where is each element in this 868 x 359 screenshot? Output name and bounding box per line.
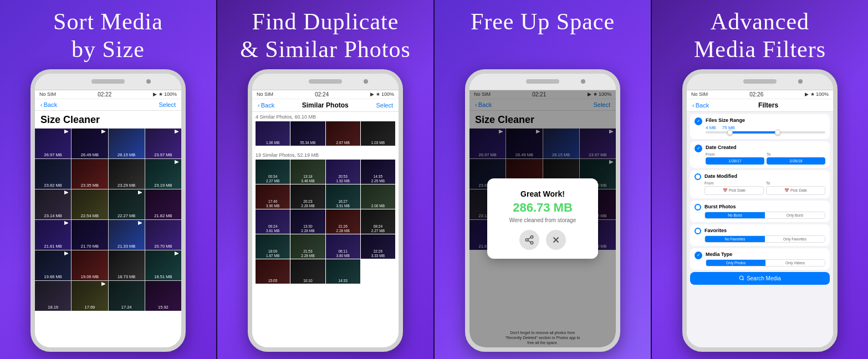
slider-thumb-left[interactable] bbox=[727, 130, 733, 135]
only-burst-btn[interactable]: Only Burst bbox=[765, 212, 825, 218]
sim-cell-1-12[interactable]: 18:00 1.87 MB bbox=[256, 234, 290, 259]
burst-label: Burst Photos bbox=[704, 204, 825, 209]
from-date-btn[interactable]: 1/28/17 bbox=[706, 157, 764, 165]
sim-cell-1-7[interactable]: 2.00 MB bbox=[361, 184, 395, 209]
media-cell-19[interactable]: 18.51 MB bbox=[145, 250, 181, 280]
date-modified-radio[interactable] bbox=[695, 173, 701, 180]
success-modal: Great Work! 286.73 MB Were cleaned from … bbox=[487, 178, 598, 259]
sim-cell-1-1[interactable]: 13:18 3.46 MB bbox=[290, 160, 325, 184]
sim-cell-1-15[interactable]: 22:26 3.33 MB bbox=[361, 234, 395, 259]
burst-photos-filter: Burst Photos No Burst Only Burst bbox=[690, 201, 830, 222]
sim-cell-label: 08:24 2.27 MB bbox=[361, 224, 395, 233]
sim-cell-1-11[interactable]: 08:24 2.27 MB bbox=[361, 209, 395, 234]
media-cell-20[interactable]: 18.19 bbox=[35, 281, 71, 311]
media-cell-0[interactable]: 26.97 MB bbox=[35, 129, 71, 158]
svg-point-7 bbox=[739, 276, 743, 280]
no-favorites-btn[interactable]: No Favorites bbox=[705, 236, 765, 242]
sim-cell-0-3[interactable]: 1.03 MB bbox=[361, 121, 395, 146]
panel-filters: Advanced Media Filters No SIM 02:26 ▶ ★ … bbox=[651, 0, 868, 359]
sim-cell-0-0[interactable]: 1.06 MB bbox=[256, 121, 290, 146]
burst-segment: No Burst Only Burst bbox=[704, 212, 825, 219]
select-btn-1[interactable]: Select bbox=[159, 101, 176, 108]
back-btn-4[interactable]: ‹ Back bbox=[692, 102, 709, 109]
sim-cell-0-1[interactable]: 55.34 MB bbox=[290, 121, 325, 146]
video-icon bbox=[101, 130, 107, 134]
search-media-btn[interactable]: Search Media bbox=[690, 272, 830, 285]
sim-cell-1-17[interactable]: 10:10 bbox=[290, 259, 325, 284]
similar-grid-0: 1.06 MB55.34 MB2.67 MB1.03 MB bbox=[256, 121, 395, 146]
only-videos-btn[interactable]: Only Videos bbox=[765, 260, 825, 266]
sim-cell-1-6[interactable]: 16:27 3.91 MB bbox=[326, 184, 360, 209]
back-btn-1[interactable]: ‹ Back bbox=[40, 101, 57, 108]
sim-cell-label: 55.34 MB bbox=[290, 141, 325, 145]
media-cell-16[interactable]: 19.86 MB bbox=[35, 250, 71, 280]
carrier-4: No SIM bbox=[691, 91, 708, 97]
media-cell-label: 21.33 MB bbox=[109, 244, 145, 249]
media-cell-3[interactable]: 23.97 MB bbox=[145, 129, 181, 158]
media-cell-21[interactable]: 17.69 bbox=[72, 281, 108, 311]
media-cell-13[interactable]: 21.70 MB bbox=[72, 220, 108, 250]
only-favorites-btn[interactable]: Only Favorites bbox=[765, 236, 825, 242]
sim-cell-label: 10:10 bbox=[290, 279, 325, 283]
sim-cell-1-4[interactable]: 17:40 3.90 MB bbox=[256, 184, 290, 209]
media-cell-18[interactable]: 18.73 MB bbox=[109, 250, 145, 280]
to-date-btn[interactable]: 2/28/18 bbox=[767, 157, 825, 165]
burst-radio[interactable] bbox=[695, 204, 701, 211]
date-created-check[interactable]: ✓ bbox=[695, 145, 702, 152]
only-photos-btn[interactable]: Only Photos bbox=[706, 260, 765, 266]
media-cell-7[interactable]: 23.19 MB bbox=[145, 159, 181, 189]
media-cell-2[interactable]: 26.15 MB bbox=[109, 129, 145, 158]
to-label: To bbox=[767, 152, 825, 156]
media-cell-10[interactable]: 22.27 MB bbox=[109, 189, 145, 219]
sim-cell-1-3[interactable]: 14:35 2.29 MB bbox=[361, 160, 395, 184]
modal-actions bbox=[496, 230, 589, 250]
sim-cell-1-9[interactable]: 13:30 2.28 MB bbox=[290, 209, 325, 234]
media-cell-11[interactable]: 21.82 MB bbox=[145, 189, 181, 219]
video-icon bbox=[175, 160, 180, 164]
sim-cell-1-5[interactable]: 20:23 2.28 MB bbox=[290, 184, 325, 209]
media-cell-22[interactable]: 17.24 bbox=[109, 281, 145, 311]
file-size-filter: ✓ Files Size Range 4 MB 75 MB bbox=[690, 114, 830, 139]
sim-cell-1-13[interactable]: 21:53 2.28 MB bbox=[290, 234, 325, 259]
sim-cell-0-2[interactable]: 2.67 MB bbox=[326, 121, 360, 146]
sim-cell-1-8[interactable]: 06:24 3.81 MB bbox=[256, 209, 290, 234]
date-modified-filter: Date Modified From 📅 Pick Date To bbox=[690, 170, 830, 198]
media-cell-14[interactable]: 21.33 MB bbox=[109, 220, 145, 250]
media-cell-6[interactable]: 23.29 MB bbox=[109, 159, 145, 189]
media-cell-9[interactable]: 22.54 MB bbox=[72, 189, 108, 219]
sim-cell-label: 21:53 2.28 MB bbox=[290, 249, 325, 258]
favorites-radio[interactable] bbox=[695, 228, 701, 234]
sim-cell-1-16[interactable]: 15:05 bbox=[256, 259, 290, 284]
sim-cell-1-2[interactable]: 20:53 1.92 MB bbox=[326, 160, 360, 184]
sim-cell-1-14[interactable]: 06:11 3.80 MB bbox=[326, 234, 360, 259]
back-btn-2[interactable]: ‹ Back bbox=[258, 102, 274, 109]
sim-cell-1-10[interactable]: 21:26 2.28 MB bbox=[326, 209, 360, 234]
select-btn-2[interactable]: Select bbox=[376, 102, 393, 109]
no-burst-btn[interactable]: No Burst bbox=[705, 212, 765, 218]
media-cell-23[interactable]: 15.92 bbox=[145, 281, 181, 311]
svg-line-3 bbox=[528, 240, 530, 242]
media-cell-label: 22.27 MB bbox=[109, 213, 145, 218]
media-cell-5[interactable]: 23.35 MB bbox=[72, 159, 108, 189]
share-button[interactable] bbox=[519, 230, 539, 250]
media-cell-label: 18.19 bbox=[35, 305, 71, 310]
size-slider[interactable] bbox=[706, 131, 825, 134]
from-col: From 1/28/17 bbox=[706, 152, 764, 165]
media-cell-12[interactable]: 21.81 MB bbox=[35, 220, 71, 250]
media-cell-17[interactable]: 19.06 MB bbox=[72, 250, 108, 280]
media-cell-15[interactable]: 20.70 MB bbox=[145, 220, 181, 250]
mod-to-picker[interactable]: 📅 Pick Date bbox=[766, 186, 825, 195]
sim-cell-1-0[interactable]: 00:34 2.27 MB bbox=[256, 160, 290, 184]
media-cell-8[interactable]: 23.14 MB bbox=[35, 189, 71, 219]
media-cell-1[interactable]: 26.49 MB bbox=[72, 129, 108, 158]
mod-from-picker[interactable]: 📅 Pick Date bbox=[704, 186, 764, 195]
sim-cell-1-18[interactable]: 14:33 bbox=[326, 259, 360, 284]
media-type-check[interactable]: ✓ bbox=[695, 252, 702, 259]
media-cell-label: 19.86 MB bbox=[35, 274, 71, 279]
slider-thumb-right[interactable] bbox=[775, 130, 780, 135]
file-size-check[interactable]: ✓ bbox=[695, 117, 702, 125]
media-cell-4[interactable]: 23.82 MB bbox=[35, 159, 71, 189]
close-button[interactable] bbox=[546, 230, 566, 250]
file-size-range: 4 MB 75 MB bbox=[706, 125, 825, 130]
sim-cell-label: 1.06 MB bbox=[256, 141, 290, 145]
